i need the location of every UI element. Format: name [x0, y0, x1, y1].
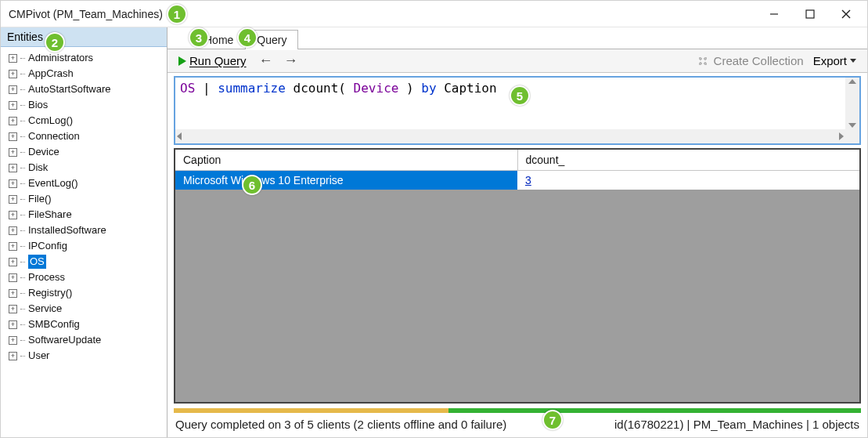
expand-icon[interactable]: + — [9, 211, 17, 219]
entity-item-administrators[interactable]: +Administrators — [1, 50, 167, 66]
entity-item-appcrash[interactable]: +AppCrash — [1, 66, 167, 81]
query-token-dcount: dcount( — [294, 81, 346, 96]
tree-connector-icon — [20, 121, 25, 121]
entity-item-connection[interactable]: +Connection — [1, 129, 167, 144]
expand-icon[interactable]: + — [9, 305, 17, 313]
entity-item-installedsoftware[interactable]: +InstalledSoftware — [1, 223, 167, 238]
expand-icon[interactable]: + — [9, 320, 17, 329]
window-title: CMPivot (PM_Team_Machines) — [9, 8, 163, 20]
query-token-sp — [286, 81, 294, 96]
annotation-2: 2 — [45, 32, 65, 52]
query-token-sp — [398, 81, 406, 96]
editor-vertical-scrollbar[interactable] — [845, 78, 859, 129]
entity-label: AutoStartSoftware — [28, 82, 111, 96]
title-bar: CMPivot (PM_Team_Machines) — [1, 1, 867, 27]
tree-connector-icon — [20, 89, 25, 90]
expand-icon[interactable]: + — [9, 273, 17, 282]
entity-item-registry[interactable]: +Registry() — [1, 285, 167, 301]
annotation-1: 1 — [167, 4, 187, 24]
expand-icon[interactable]: + — [9, 85, 17, 94]
entity-item-ipconfig[interactable]: +IPConfig — [1, 238, 167, 254]
results-grid: Caption dcount_ Microsoft Windows 10 Ent… — [174, 148, 861, 404]
create-collection-button[interactable]: Create Collection — [697, 54, 804, 67]
chevron-down-icon — [850, 59, 856, 63]
column-header-caption[interactable]: Caption — [175, 150, 518, 171]
results-row[interactable]: Microsoft Windows 10 Enterprise 3 — [175, 171, 859, 190]
entity-label: Service — [28, 302, 62, 316]
minimize-button[interactable] — [756, 2, 792, 27]
cell-caption: Microsoft Windows 10 Enterprise — [175, 171, 517, 190]
query-token-pipe: | — [195, 81, 218, 96]
tree-connector-icon — [20, 74, 25, 74]
tree-connector-icon — [20, 356, 25, 357]
entity-item-bios[interactable]: +Bios — [1, 97, 167, 113]
nav-back-button[interactable]: ← — [256, 52, 276, 69]
query-token-device: Device — [354, 81, 399, 96]
entities-sidebar: Entities +Administrators+AppCrash+AutoSt… — [1, 27, 167, 437]
expand-icon[interactable]: + — [9, 54, 17, 63]
expand-icon[interactable]: + — [9, 179, 17, 188]
expand-icon[interactable]: + — [9, 258, 17, 266]
entity-label: SMBConfig — [28, 317, 80, 331]
expand-icon[interactable]: + — [9, 70, 17, 78]
column-header-dcount[interactable]: dcount_ — [518, 150, 860, 171]
entity-item-service[interactable]: +Service — [1, 301, 167, 317]
tree-connector-icon — [20, 324, 25, 325]
expand-icon[interactable]: + — [9, 148, 17, 157]
expand-icon[interactable]: + — [9, 289, 17, 298]
expand-icon[interactable]: + — [9, 195, 17, 204]
tree-connector-icon — [20, 246, 25, 247]
entity-item-process[interactable]: +Process — [1, 270, 167, 285]
query-token-caption: Caption — [444, 81, 496, 96]
entity-item-device[interactable]: +Device — [1, 144, 167, 160]
results-header-row: Caption dcount_ — [175, 150, 859, 171]
entity-label: CcmLog() — [28, 114, 73, 128]
cell-dcount-link[interactable]: 3 — [517, 171, 859, 190]
entity-item-autostartsoftware[interactable]: +AutoStartSoftware — [1, 81, 167, 97]
expand-icon[interactable]: + — [9, 101, 17, 110]
entity-item-softwareupdate[interactable]: +SoftwareUpdate — [1, 332, 167, 348]
nav-forward-button[interactable]: → — [281, 52, 301, 69]
query-token-summarize: summarize — [218, 81, 286, 96]
expand-icon[interactable]: + — [9, 117, 17, 125]
expand-icon[interactable]: + — [9, 164, 17, 172]
close-button[interactable] — [828, 2, 864, 27]
run-query-label: Run Query — [189, 54, 247, 67]
expand-icon[interactable]: + — [9, 242, 17, 251]
run-query-button[interactable]: Run Query — [174, 54, 251, 67]
expand-icon[interactable]: + — [9, 352, 17, 360]
scroll-up-icon — [848, 79, 856, 84]
entity-item-os[interactable]: +OS — [1, 254, 167, 270]
entities-header[interactable]: Entities — [1, 27, 167, 47]
query-token-sp — [346, 81, 354, 96]
scroll-left-icon — [177, 132, 182, 140]
expand-icon[interactable]: + — [9, 226, 17, 235]
entity-item-file[interactable]: +File() — [1, 191, 167, 207]
entity-item-eventlog[interactable]: +EventLog() — [1, 176, 167, 191]
tree-connector-icon — [20, 340, 25, 341]
entity-item-user[interactable]: +User — [1, 348, 167, 364]
entity-label: Registry() — [28, 286, 72, 300]
tree-connector-icon — [20, 105, 25, 106]
export-button[interactable]: Export — [809, 54, 861, 67]
maximize-button[interactable] — [792, 2, 828, 27]
export-label: Export — [813, 54, 847, 67]
entity-label: Disk — [28, 161, 48, 175]
expand-icon[interactable]: + — [9, 132, 17, 141]
expand-icon[interactable]: + — [9, 336, 17, 345]
annotation-6: 6 — [242, 175, 262, 195]
scroll-down-icon — [848, 123, 856, 128]
status-message: Query completed on 3 of 5 clients (2 cli… — [175, 418, 506, 431]
query-token-entity: OS — [180, 81, 195, 96]
entity-item-smbconfig[interactable]: +SMBConfig — [1, 317, 167, 332]
entity-label: File() — [28, 192, 52, 206]
entity-label: OS — [28, 255, 46, 269]
tree-connector-icon — [20, 215, 25, 215]
entity-item-fileshare[interactable]: +FileShare — [1, 207, 167, 223]
entity-item-ccmlog[interactable]: +CcmLog() — [1, 113, 167, 129]
entity-item-disk[interactable]: +Disk — [1, 160, 167, 176]
entity-label: User — [28, 349, 49, 363]
entities-tree[interactable]: +Administrators+AppCrash+AutoStartSoftwa… — [1, 47, 167, 437]
editor-horizontal-scrollbar[interactable] — [175, 129, 845, 143]
tree-connector-icon — [20, 199, 25, 200]
